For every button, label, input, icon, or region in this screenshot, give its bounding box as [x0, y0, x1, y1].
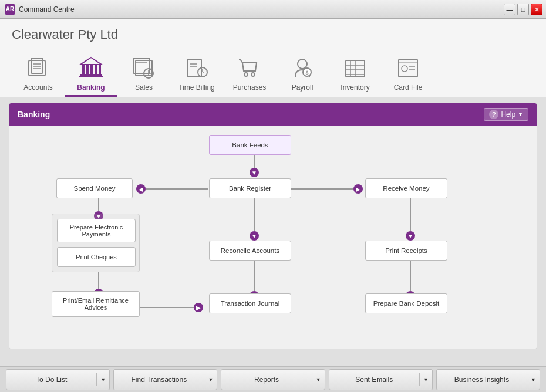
inventory-icon: [342, 55, 368, 81]
tab-inventory-label: Inventory: [341, 83, 369, 92]
banking-icon: [78, 55, 104, 81]
main-window: Clearwater Pty Ltd Accounts: [0, 19, 546, 392]
help-button[interactable]: ? Help ▼: [484, 108, 528, 121]
reports-arrow[interactable]: ▼: [312, 373, 325, 386]
sent-emails-arrow[interactable]: ▼: [419, 373, 432, 386]
banking-panel: Banking ? Help ▼ Bank Feeds ▼: [9, 103, 537, 349]
svg-rect-7: [86, 65, 89, 74]
help-dropdown-arrow: ▼: [518, 111, 523, 117]
tab-banking[interactable]: Banking: [65, 50, 117, 97]
prepare-bank-deposit-node[interactable]: Prepare Bank Deposit: [365, 293, 447, 313]
arrow-bankregister-to-reconcile: ▼: [250, 198, 259, 241]
todo-label: To Do List: [6, 376, 96, 384]
todo-button[interactable]: To Do List ▼: [6, 369, 110, 390]
svg-rect-10: [99, 65, 101, 74]
prepare-bank-deposit-label: Prepare Bank Deposit: [373, 300, 440, 307]
payroll-icon: $: [289, 55, 315, 81]
print-cheques-label: Print Cheques: [76, 254, 117, 261]
title-bar: AR Command Centre — □ ✕: [0, 0, 546, 19]
prepare-electronic-node[interactable]: Prepare Electronic Payments: [57, 219, 136, 242]
svg-rect-11: [80, 74, 102, 76]
close-button[interactable]: ✕: [531, 4, 542, 15]
sent-emails-label: Sent Emails: [329, 376, 419, 384]
tab-purchases[interactable]: Purchases: [223, 50, 276, 97]
reports-button[interactable]: Reports ▼: [221, 369, 325, 390]
tab-sales-label: Sales: [135, 83, 153, 92]
tab-inventory[interactable]: Inventory: [329, 50, 382, 97]
tab-cardfile-label: Card File: [394, 83, 423, 92]
reports-label: Reports: [221, 376, 311, 384]
arrow-bankregister-to-spendmoney: ◀: [136, 184, 208, 194]
print-cheques-node[interactable]: Print Cheques: [57, 247, 136, 267]
business-insights-arrow[interactable]: ▼: [527, 373, 540, 386]
find-transactions-label: Find Transactions: [114, 376, 204, 384]
svg-text:$: $: [305, 70, 308, 76]
bank-feeds-label: Bank Feeds: [232, 141, 268, 148]
svg-point-26: [251, 73, 255, 76]
tab-payroll[interactable]: $ Payroll: [276, 50, 329, 97]
transaction-journal-label: Transaction Journal: [221, 300, 280, 307]
help-label: Help: [501, 110, 515, 119]
svg-rect-6: [82, 65, 85, 74]
business-insights-button[interactable]: Business Insights ▼: [436, 369, 540, 390]
svg-rect-9: [95, 65, 97, 74]
tab-accounts[interactable]: Accounts: [12, 50, 65, 97]
panel-title: Banking: [18, 110, 50, 119]
spend-money-label: Spend Money: [74, 185, 116, 192]
tab-timebilling[interactable]: Time Billing: [170, 50, 223, 97]
print-receipts-label: Print Receipts: [385, 247, 427, 254]
purchases-icon: [237, 55, 262, 81]
sent-emails-button[interactable]: Sent Emails ▼: [329, 369, 433, 390]
window-controls: — □ ✕: [504, 4, 542, 15]
svg-point-25: [244, 73, 248, 76]
todo-arrow[interactable]: ▼: [96, 373, 109, 386]
bank-register-label: Bank Register: [229, 185, 271, 192]
cardfile-icon: [395, 55, 421, 81]
window-title: Command Centre: [19, 5, 75, 13]
arrow-bankregister-to-receivemoney: ▶: [291, 184, 363, 194]
tab-cardfile[interactable]: Card File: [382, 50, 434, 97]
nav-tabs: Accounts Banking: [12, 50, 534, 97]
reconcile-accounts-label: Reconcile Accounts: [221, 247, 279, 254]
flow-area: Bank Feeds ▼ Bank Register ◀: [9, 126, 537, 349]
tab-timebilling-label: Time Billing: [178, 83, 215, 92]
tab-purchases-label: Purchases: [233, 83, 267, 92]
help-circle-icon: ?: [489, 110, 498, 119]
minimize-button[interactable]: —: [504, 4, 515, 15]
tab-accounts-label: Accounts: [23, 83, 52, 92]
app-icon: AR: [5, 4, 15, 15]
svg-point-38: [402, 66, 407, 72]
receive-money-node[interactable]: Receive Money: [365, 178, 447, 198]
arrow-bankfeeds-to-bankregister: ▼: [250, 155, 259, 177]
svg-rect-8: [90, 65, 93, 74]
panel-header: Banking ? Help ▼: [9, 103, 537, 126]
header: Clearwater Pty Ltd Accounts: [0, 19, 546, 97]
remittance-node[interactable]: Print/Email Remittance Advices: [52, 291, 140, 317]
accounts-icon: [25, 55, 51, 81]
sales-icon: [131, 55, 157, 81]
spend-money-node[interactable]: Spend Money: [56, 178, 133, 198]
reconcile-accounts-node[interactable]: Reconcile Accounts: [209, 241, 291, 261]
arrow-receivemoney-to-printreceipts: ▼: [406, 198, 415, 241]
svg-rect-12: [79, 76, 103, 77]
svg-point-27: [298, 59, 307, 69]
footer: To Do List ▼ Find Transactions ▼ Reports…: [0, 366, 546, 392]
transaction-journal-node[interactable]: Transaction Journal: [209, 293, 291, 313]
svg-marker-5: [80, 58, 102, 65]
prepare-electronic-label: Prepare Electronic Payments: [63, 224, 129, 238]
remittance-label: Print/Email Remittance Advices: [58, 297, 133, 311]
grouped-payments-box: Prepare Electronic Payments Print Cheque…: [52, 214, 140, 272]
bank-register-node[interactable]: Bank Register: [209, 178, 291, 198]
receive-money-label: Receive Money: [383, 185, 429, 192]
tab-banking-label: Banking: [77, 83, 105, 92]
business-insights-label: Business Insights: [437, 376, 527, 384]
find-transactions-arrow[interactable]: ▼: [204, 373, 217, 386]
bank-feeds-node[interactable]: Bank Feeds: [209, 135, 291, 155]
arrow-remittance-to-journal: ▶: [140, 303, 203, 312]
print-receipts-node[interactable]: Print Receipts: [365, 241, 447, 261]
maximize-button[interactable]: □: [517, 4, 529, 15]
find-transactions-button[interactable]: Find Transactions ▼: [113, 369, 217, 390]
tab-sales[interactable]: Sales: [117, 50, 170, 97]
content-area: Banking ? Help ▼ Bank Feeds ▼: [0, 97, 546, 366]
tab-payroll-label: Payroll: [292, 83, 314, 92]
